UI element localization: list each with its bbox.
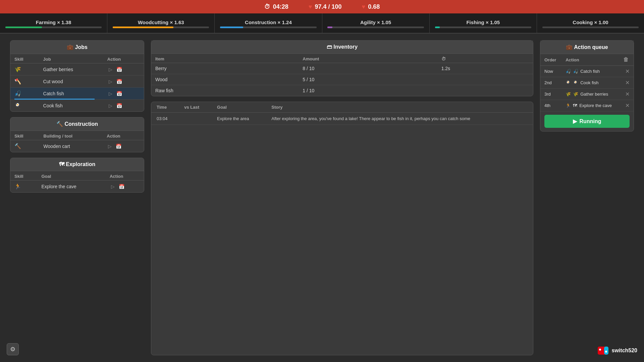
jobs-col-action: Action <box>103 54 144 63</box>
queue-col-order: Order <box>540 54 561 66</box>
queue-skill-icon: 🌾 <box>566 92 571 97</box>
exploration-table: Skill Goal Action 🏃 Explore the cave ▷ 📅 <box>10 171 144 192</box>
queue-row-delete: ✕ <box>619 89 634 100</box>
tab-construction-label: Construction × 1.24 <box>245 19 292 25</box>
queue-action-label-text: Cook fish <box>580 80 598 85</box>
table-row: 🌾 Gather berries ▷ 📅 <box>10 63 144 75</box>
jobs-title: Jobs <box>75 44 88 50</box>
construction-header: 🔨 Construction <box>10 117 144 131</box>
table-row: 🍳 Cook fish ▷ 📅 <box>10 100 144 112</box>
timer-display: ⏱ 04:28 <box>264 3 288 10</box>
inventory-item-amount: 8 / 10 <box>299 63 437 74</box>
running-button[interactable]: ▶ Running <box>544 115 630 128</box>
construction-schedule-button[interactable]: 📅 <box>114 144 123 149</box>
queue-action-label-text: Catch fish <box>580 69 600 74</box>
jobs-col-skill: Skill <box>10 54 39 63</box>
job-schedule-button[interactable]: 📅 <box>115 91 123 96</box>
svg-point-4 <box>605 351 607 353</box>
inventory-item-name: Wood <box>151 74 299 85</box>
tab-agility-bar <box>327 27 424 28</box>
job-play-button[interactable]: ▷ <box>107 103 114 108</box>
construction-table: Skill Building / tool Action 🔨 Wooden ca… <box>10 131 144 152</box>
inventory-panel: 🗃 Inventory Item Amount ⏱ Berry 8 / 10 1… <box>151 40 533 96</box>
job-play-button[interactable]: ▷ <box>107 91 114 96</box>
exploration-icon: 🗺 <box>59 161 64 167</box>
job-skill-icon: 🌾 <box>10 63 39 75</box>
health-display: ♥ 97.4 / 100 <box>309 3 342 10</box>
table-row: 🏃 Explore the cave ▷ 📅 <box>10 180 144 193</box>
inventory-header: 🗃 Inventory <box>151 41 533 54</box>
tab-agility-fill <box>327 27 332 28</box>
svg-point-3 <box>599 349 601 351</box>
queue-action-icon: 🎣 <box>573 69 578 74</box>
exploration-actions: ▷ 📅 <box>106 180 144 193</box>
tab-fishing[interactable]: Fishing × 1.05 <box>430 13 537 33</box>
exploration-schedule-button[interactable]: 📅 <box>117 184 126 189</box>
stamina-icon: ♥ <box>362 3 366 10</box>
log-vslast <box>179 113 212 125</box>
queue-row-order: Now <box>540 66 561 77</box>
exploration-col-action: Action <box>106 171 144 180</box>
queue-row-action: 🌾 🌾 Gather berries <box>561 89 619 100</box>
inventory-col-time: ⏱ <box>437 54 533 63</box>
switch-icon <box>597 345 609 357</box>
job-play-button[interactable]: ▷ <box>107 67 114 72</box>
action-queue-header: 💼 Action queue <box>540 41 634 54</box>
exploration-panel: 🗺 Exploration Skill Goal Action 🏃 Explor… <box>10 158 144 193</box>
tab-agility[interactable]: Agility × 1.05 <box>322 13 430 33</box>
inventory-item-time: 1.2s <box>437 63 533 74</box>
queue-skill-icon: 🎣 <box>566 69 571 74</box>
exploration-skill-icon: 🏃 <box>10 180 37 193</box>
job-label: Gather berries <box>39 63 103 75</box>
queue-row-action: 🍳 🍳 Cook fish <box>561 77 619 89</box>
main-content: 💼 Jobs Skill Job Action 🌾 Gather berries <box>0 34 644 362</box>
tab-woodcutting[interactable]: Woodcutting × 1.63 <box>107 13 215 33</box>
settings-icon: ⚙ <box>10 346 15 353</box>
construction-building-label: Wooden cart <box>40 140 103 152</box>
queue-delete-button[interactable]: ✕ <box>625 103 630 108</box>
svg-rect-1 <box>598 347 602 355</box>
job-play-button[interactable]: ▷ <box>107 79 114 84</box>
stamina-value: 0.68 <box>368 3 380 10</box>
tab-farming-bar <box>5 27 102 28</box>
tab-construction[interactable]: Construction × 1.24 <box>215 13 322 33</box>
log-col-goal: Goal <box>212 102 266 113</box>
queue-row-order: 3rd <box>540 89 561 100</box>
exploration-play-button[interactable]: ▷ <box>110 184 116 189</box>
queue-action-icon: 🌾 <box>573 92 578 97</box>
running-label: Running <box>580 118 601 124</box>
job-label: Catch fish <box>39 88 103 100</box>
tab-agility-label: Agility × 1.05 <box>360 19 391 25</box>
tab-farming[interactable]: Farming × 1.38 <box>0 13 107 33</box>
tab-construction-fill <box>220 27 243 28</box>
table-row: 3rd 🌾 🌾 Gather berries ✕ <box>540 89 634 100</box>
construction-play-button[interactable]: ▷ <box>107 144 113 149</box>
queue-delete-all-button[interactable]: 🗑 <box>623 57 629 62</box>
job-schedule-button[interactable]: 📅 <box>115 79 123 84</box>
log-panel: Time vs Last Goal Story 03:04 Explore th… <box>151 102 533 355</box>
top-bar: ⏱ 04:28 ♥ 97.4 / 100 ♥ 0.68 <box>0 0 644 13</box>
queue-delete-button[interactable]: ✕ <box>625 68 630 74</box>
construction-panel: 🔨 Construction Skill Building / tool Act… <box>10 117 144 152</box>
timer-value: 04:28 <box>273 3 288 10</box>
tab-woodcutting-label: Woodcutting × 1.63 <box>138 19 184 25</box>
jobs-col-job: Job <box>39 54 103 63</box>
tab-woodcutting-bar <box>113 27 209 28</box>
inventory-title: Inventory <box>333 44 358 50</box>
queue-delete-button[interactable]: ✕ <box>625 91 630 97</box>
tab-fishing-bar <box>435 27 531 28</box>
job-schedule-button[interactable]: 📅 <box>115 67 123 72</box>
queue-row-action: 🏃 🗺 Explore the cave <box>561 100 619 111</box>
settings-button[interactable]: ⚙ <box>7 343 19 355</box>
job-actions: ▷ 📅 <box>103 63 144 75</box>
jobs-header: 💼 Jobs <box>10 41 144 54</box>
log-col-vslast: vs Last <box>179 102 212 113</box>
construction-title: Construction <box>64 121 98 127</box>
tab-cooking[interactable]: Cooking × 1.00 <box>537 13 644 33</box>
construction-col-building: Building / tool <box>40 131 103 140</box>
job-schedule-button[interactable]: 📅 <box>115 103 123 108</box>
queue-delete-button[interactable]: ✕ <box>625 80 630 86</box>
inventory-icon: 🗃 <box>327 44 332 50</box>
queue-action-label-text: Gather berries <box>580 92 608 97</box>
construction-col-action: Action <box>103 131 144 140</box>
